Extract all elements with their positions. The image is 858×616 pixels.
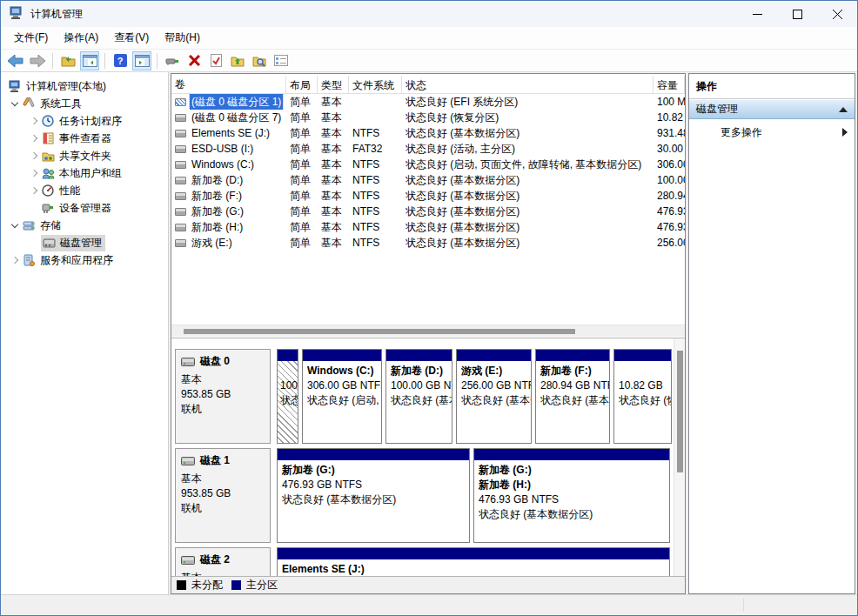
column-header-volume[interactable]: 卷 bbox=[171, 76, 286, 93]
primary-partition-legend-label: 主分区 bbox=[246, 578, 278, 593]
horizontal-scrollbar[interactable] bbox=[171, 325, 685, 337]
chevron-right-icon[interactable] bbox=[27, 188, 41, 193]
column-header-layout[interactable]: 布局 bbox=[286, 76, 318, 93]
check-document-icon[interactable] bbox=[206, 51, 225, 70]
device-manager-icon bbox=[41, 201, 55, 215]
partition-efi[interactable]: 100 MB状态良好 (EFI 系统分区) bbox=[277, 349, 298, 444]
volume-list: 卷 布局 类型 文件系统 状态 容量 (磁盘 0 磁盘分区 1) 简单基本 状态… bbox=[171, 76, 685, 251]
partition-color-bar bbox=[386, 350, 452, 361]
disk-management-pane: 卷 布局 类型 文件系统 状态 容量 (磁盘 0 磁盘分区 1) 简单基本 状态… bbox=[171, 73, 686, 594]
partition-j[interactable]: Elements SE (J:) bbox=[277, 547, 670, 578]
partition-g[interactable]: 新加卷 (G:)476.93 GB NTFS状态良好 (基本数据分区) bbox=[277, 448, 470, 543]
tree-item-computer-management[interactable]: 计算机管理(本地) bbox=[1, 77, 168, 95]
more-actions-label: 更多操作 bbox=[721, 125, 762, 140]
title-bar: 计算机管理 bbox=[1, 1, 857, 27]
column-header-filesystem[interactable]: 文件系统 bbox=[349, 76, 402, 93]
volume-row[interactable]: 新加卷 (H:) 简单基本 NTFS状态良好 (基本数据分区) 476.93 G… bbox=[171, 219, 685, 235]
tree-item-label: 本地用户和组 bbox=[59, 166, 122, 181]
chevron-right-icon[interactable] bbox=[27, 136, 41, 141]
partition-recovery[interactable]: 10.82 GB状态良好 (恢复分区) bbox=[613, 349, 672, 444]
tree-item-performance[interactable]: 性能 bbox=[1, 182, 168, 199]
chevron-right-icon[interactable] bbox=[8, 258, 22, 263]
column-header-capacity[interactable]: 容量 bbox=[654, 76, 685, 93]
partition-windows-c[interactable]: Windows (C:)306.00 GB NTFS状态良好 (启动, 页面文件… bbox=[302, 349, 382, 444]
tree-item-shared-folders[interactable]: 共享文件夹 bbox=[1, 147, 168, 164]
disk-label[interactable]: 磁盘 0 基本 953.85 GB 联机 bbox=[175, 349, 271, 444]
chevron-right-icon[interactable] bbox=[27, 118, 41, 124]
volume-row[interactable]: Elements SE (J:) 简单基本 NTFS状态良好 (基本数据分区) … bbox=[171, 125, 685, 141]
forward-icon[interactable] bbox=[28, 51, 47, 70]
tree-item-label: 磁盘管理 bbox=[60, 236, 102, 251]
tree-item-local-users-groups[interactable]: 本地用户和组 bbox=[1, 164, 168, 182]
export-folder-icon[interactable] bbox=[58, 51, 77, 70]
volume-icon bbox=[175, 192, 186, 200]
volume-row[interactable]: 新加卷 (G:) 简单基本 NTFS状态良好 (基本数据分区) 476.93 G… bbox=[171, 204, 685, 219]
horizontal-scrollbar-thumb[interactable] bbox=[184, 329, 575, 334]
action-pane-toggle-icon[interactable] bbox=[132, 51, 151, 70]
disk-label[interactable]: 磁盘 1 基本 953.85 GB 联机 bbox=[175, 448, 271, 543]
partition-f[interactable]: 新加卷 (F:)280.94 GB NTFS状态良好 (基本数据分区) bbox=[535, 349, 610, 444]
partition-color-bar bbox=[303, 350, 381, 361]
volume-icon bbox=[175, 239, 186, 247]
device-icon[interactable] bbox=[163, 51, 182, 70]
column-header-type[interactable]: 类型 bbox=[318, 76, 349, 93]
menu-help[interactable]: 帮助(H) bbox=[157, 28, 208, 48]
disk-row-1: 磁盘 1 基本 953.85 GB 联机 新加卷 (G:)476.93 GB N… bbox=[175, 448, 670, 543]
volume-row[interactable]: (磁盘 0 磁盘分区 1) 简单基本 状态良好 (EFI 系统分区) 100 M… bbox=[171, 94, 685, 110]
vertical-scrollbar-thumb[interactable] bbox=[677, 351, 683, 472]
folder-up-icon[interactable] bbox=[228, 51, 247, 70]
status-bar-divider bbox=[743, 599, 744, 612]
volume-row[interactable]: ESD-USB (I:) 简单基本 FAT32状态良好 (活动, 主分区) 30… bbox=[171, 141, 685, 157]
partition-color-bar bbox=[474, 449, 669, 460]
performance-icon bbox=[41, 184, 55, 198]
vertical-scrollbar[interactable] bbox=[674, 338, 685, 578]
tree-item-task-scheduler[interactable]: 任务计划程序 bbox=[1, 112, 168, 130]
collapse-icon[interactable] bbox=[839, 107, 848, 112]
volume-row[interactable]: (磁盘 0 磁盘分区 7) 简单基本 状态良好 (恢复分区) 10.82 GB bbox=[171, 110, 685, 125]
event-viewer-icon bbox=[41, 131, 55, 145]
more-actions-item[interactable]: 更多操作 bbox=[689, 123, 855, 142]
volume-icon bbox=[175, 161, 186, 169]
tree-item-label: 性能 bbox=[59, 184, 80, 198]
console-tree-toggle-icon[interactable] bbox=[80, 51, 99, 70]
back-icon[interactable] bbox=[6, 51, 25, 70]
tree-item-device-manager[interactable]: 设备管理器 bbox=[1, 199, 168, 217]
volume-row[interactable]: 新加卷 (F:) 简单基本 NTFS状态良好 (基本数据分区) 280.94 G… bbox=[171, 188, 685, 204]
volume-row[interactable]: 游戏 (E:) 简单基本 NTFS状态良好 (基本数据分区) 256.00 GB bbox=[171, 235, 685, 251]
chevron-down-icon[interactable] bbox=[8, 224, 22, 227]
volume-row[interactable]: 新加卷 (D:) 简单基本 NTFS状态良好 (基本数据分区) 100.00 G… bbox=[171, 172, 685, 188]
tree-item-label: 任务计划程序 bbox=[59, 114, 122, 129]
tree-item-system-tools[interactable]: 系统工具 bbox=[1, 95, 168, 112]
chevron-right-icon[interactable] bbox=[27, 171, 41, 176]
minimize-button[interactable] bbox=[737, 1, 777, 27]
disk-management-section-header[interactable]: 磁盘管理 bbox=[689, 99, 855, 119]
chevron-down-icon[interactable] bbox=[8, 102, 22, 105]
close-button[interactable] bbox=[817, 1, 857, 27]
disk-label[interactable]: 磁盘 2 基本 bbox=[175, 547, 271, 578]
tree-item-label: 服务和应用程序 bbox=[40, 253, 113, 268]
delete-icon[interactable] bbox=[184, 51, 204, 70]
partition-d[interactable]: 新加卷 (D:)100.00 GB NTFS状态良好 (基本数据分区) bbox=[385, 349, 452, 444]
partition-e[interactable]: 游戏 (E:)256.00 GB NTFS状态良好 (基本数据分区) bbox=[456, 349, 532, 444]
tree-item-event-viewer[interactable]: 事件查看器 bbox=[1, 130, 168, 147]
column-header-status[interactable]: 状态 bbox=[402, 76, 654, 93]
content-area: 计算机管理(本地) 系统工具 任务计划程序 事件查看器 共享文件夹 bbox=[1, 72, 857, 594]
task-scheduler-icon bbox=[41, 114, 55, 128]
volume-row[interactable]: Windows (C:) 简单基本 NTFS状态良好 (启动, 页面文件, 故障… bbox=[171, 157, 685, 172]
menu-view[interactable]: 查看(V) bbox=[106, 28, 157, 48]
menu-action[interactable]: 操作(A) bbox=[56, 28, 106, 48]
graphical-view: 磁盘 0 基本 953.85 GB 联机 100 MB状态良好 (EFI 系统分… bbox=[171, 338, 685, 578]
folder-search-icon[interactable] bbox=[250, 51, 269, 70]
chevron-right-icon[interactable] bbox=[27, 153, 41, 158]
disk-management-icon bbox=[42, 236, 56, 250]
partition-h[interactable]: 新加卷 (G:)新加卷 (H:)476.93 GB NTFS状态良好 (基本数据… bbox=[473, 448, 670, 543]
menu-file[interactable]: 文件(F) bbox=[6, 28, 56, 48]
volume-icon bbox=[175, 177, 186, 184]
maximize-button[interactable] bbox=[777, 1, 817, 27]
help-icon[interactable]: ? bbox=[111, 51, 130, 70]
tree-item-storage[interactable]: 存储 bbox=[1, 217, 168, 234]
tree-item-disk-management[interactable]: 磁盘管理 bbox=[1, 234, 168, 251]
tree-item-services-applications[interactable]: 服务和应用程序 bbox=[1, 251, 168, 269]
disk-icon bbox=[181, 556, 195, 565]
properties-list-icon[interactable] bbox=[271, 51, 291, 70]
